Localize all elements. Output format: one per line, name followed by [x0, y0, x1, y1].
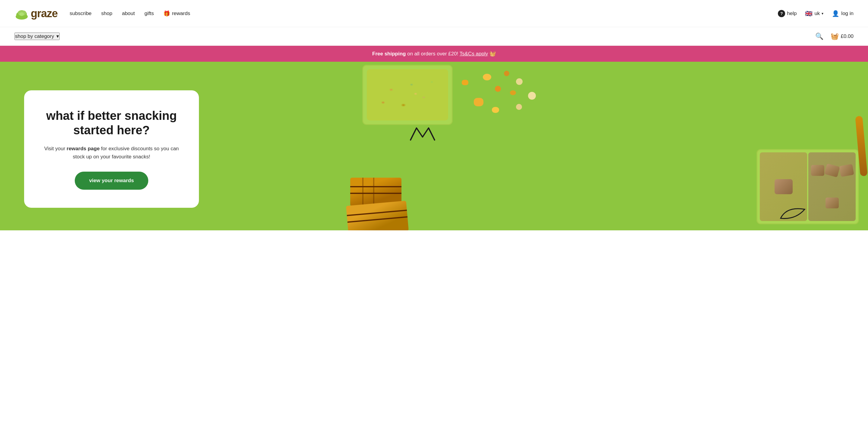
login-link[interactable]: 👤 log in: [832, 10, 854, 17]
right-nav: ? help 🇬🇧 uk ▾ 👤 log in: [778, 10, 854, 17]
doodle-squiggle: [407, 122, 444, 146]
main-nav: subscribe shop about gifts 🎁 rewards: [70, 10, 778, 17]
nav-subscribe[interactable]: subscribe: [70, 10, 92, 16]
rewards-label: rewards: [172, 10, 190, 16]
locale-selector[interactable]: 🇬🇧 uk ▾: [805, 10, 824, 17]
granola-bar-2: [346, 201, 409, 230]
cookie-piece-2: [824, 164, 840, 177]
help-link[interactable]: ? help: [778, 10, 797, 17]
cookie-piece-1: [811, 165, 824, 176]
cookie-piece-4: [826, 198, 839, 208]
promo-emoji: 🧺: [490, 51, 496, 57]
snack-scatter-10: [516, 104, 522, 110]
hero-section: what if better snacking started here? Vi…: [0, 62, 868, 230]
secondary-nav-icons: 🔍 🧺 £0.00: [815, 33, 854, 40]
top-nav: graze subscribe shop about gifts 🎁 rewar…: [0, 0, 868, 27]
promo-bold-text: Free shipping: [372, 51, 406, 57]
hero-decoration: [347, 62, 868, 230]
hero-cta-button[interactable]: view your rewards: [75, 172, 148, 190]
snack-scatter-8: [516, 78, 523, 85]
flag-icon: 🇬🇧: [805, 10, 812, 17]
cart-icon: 🧺: [831, 33, 839, 40]
brand-name: graze: [31, 7, 58, 20]
hero-content-card: what if better snacking started here? Vi…: [24, 90, 199, 208]
shop-by-category-button[interactable]: shop by category ▾: [14, 33, 60, 40]
nav-about[interactable]: about: [122, 10, 135, 16]
snack-scatter-3: [495, 86, 501, 92]
login-label: log in: [841, 10, 854, 16]
hero-headline: what if better snacking started here?: [42, 108, 181, 137]
cookie-section-left: [760, 153, 807, 221]
hero-subtext: Visit your rewards page for exclusive di…: [42, 144, 181, 161]
nav-rewards[interactable]: 🎁 rewards: [163, 10, 190, 17]
svg-point-6: [19, 12, 24, 16]
help-label: help: [787, 10, 797, 16]
snack-scatter-6: [492, 107, 499, 113]
locale-label: uk: [814, 10, 820, 16]
cookie-piece-3: [839, 164, 854, 177]
chevron-down-icon: ▾: [822, 11, 824, 16]
cookie-section-right: [808, 153, 856, 221]
promo-tcs-link[interactable]: Ts&Cs apply: [460, 51, 488, 57]
user-icon: 👤: [832, 10, 839, 17]
nav-shop[interactable]: shop: [101, 10, 113, 16]
promo-banner: Free shipping on all orders over £20! Ts…: [0, 46, 868, 62]
help-circle-icon: ?: [778, 10, 785, 17]
dropdown-chevron-icon: ▾: [56, 33, 59, 39]
snack-scatter-1: [462, 80, 468, 85]
hero-subtext-prefix: Visit your: [44, 146, 67, 152]
hero-subtext-bold: rewards page: [67, 146, 100, 152]
search-button[interactable]: 🔍: [815, 33, 824, 40]
secondary-nav: shop by category ▾ 🔍 🧺 £0.00: [0, 27, 868, 46]
logo-cloud-icon: [14, 6, 29, 21]
snack-scatter-7: [510, 90, 516, 95]
cart-button[interactable]: 🧺 £0.00: [831, 33, 854, 40]
shop-by-category-label: shop by category: [15, 33, 54, 39]
snack-scatter-5: [504, 71, 509, 76]
snack-scatter-4: [474, 98, 484, 106]
nuts-tray: [362, 65, 453, 125]
snack-scatter-2: [483, 74, 491, 80]
cart-value: £0.00: [841, 33, 854, 39]
cookie-tray: [756, 149, 859, 224]
nav-gifts[interactable]: gifts: [144, 10, 154, 16]
promo-rest-text: on all orders over £20!: [407, 51, 460, 57]
logo-link[interactable]: graze: [14, 6, 58, 21]
nuts-fill: [367, 69, 448, 121]
snack-scatter-9: [528, 92, 536, 100]
gift-icon: 🎁: [163, 10, 170, 17]
